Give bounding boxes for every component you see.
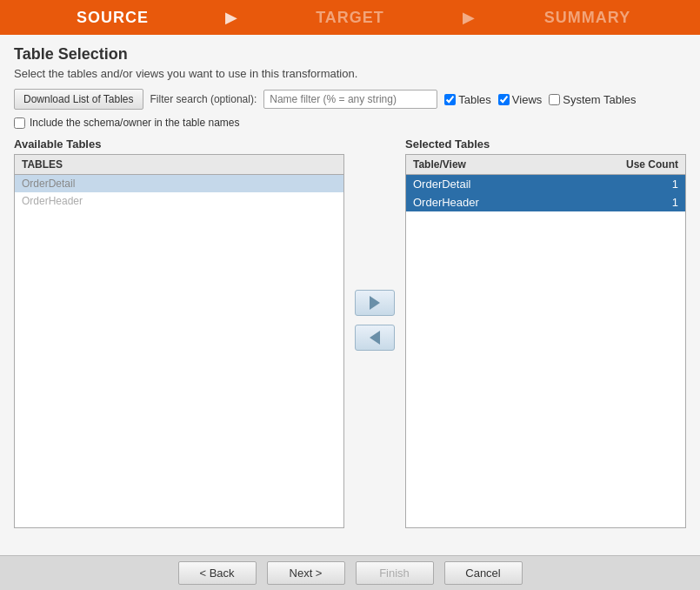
- toolbar: Download List of Tables Filter search (o…: [14, 89, 686, 110]
- download-list-button[interactable]: Download List of Tables: [14, 89, 143, 110]
- system-tables-checkbox[interactable]: [549, 94, 560, 105]
- transfer-buttons: [344, 290, 405, 351]
- selected-tables-title: Selected Tables: [405, 137, 686, 151]
- table-row[interactable]: OrderHeader 1: [406, 193, 685, 211]
- cancel-button[interactable]: Cancel: [444, 561, 523, 585]
- available-tables-container: TABLES OrderDetail OrderHeader: [14, 154, 344, 528]
- wizard-header: SOURCE ▶ TARGET ▶ SUMMARY: [0, 0, 700, 35]
- step-summary-label: SUMMARY: [544, 9, 630, 27]
- selected-row-name: OrderHeader: [413, 196, 609, 209]
- list-item[interactable]: OrderDetail: [15, 175, 343, 192]
- step-target-label: TARGET: [316, 9, 384, 27]
- tables-area: Available Tables TABLES OrderDetail Orde…: [14, 137, 686, 528]
- filter-input[interactable]: [263, 90, 437, 109]
- selected-header-name: Table/View: [406, 155, 616, 174]
- selected-tables-container: Table/View Use Count OrderDetail 1 Order…: [405, 154, 686, 528]
- table-row[interactable]: OrderDetail 1: [406, 175, 685, 193]
- selected-row-count: 1: [609, 178, 678, 191]
- step-arrow-1: ▶: [225, 8, 237, 27]
- page-title: Table Selection: [14, 45, 686, 64]
- available-tables-header: TABLES: [15, 155, 343, 175]
- views-checkbox[interactable]: [498, 94, 510, 105]
- step-source-label: SOURCE: [77, 9, 149, 27]
- schema-row: Include the schema/owner in the table na…: [14, 117, 686, 129]
- selected-row-name: OrderDetail: [413, 178, 609, 191]
- tables-checkbox-label[interactable]: Tables: [444, 93, 491, 106]
- schema-label: Include the schema/owner in the table na…: [30, 117, 239, 129]
- footer: < Back Next > Finish Cancel: [0, 555, 700, 590]
- schema-checkbox[interactable]: [14, 117, 25, 129]
- views-checkbox-label[interactable]: Views: [498, 93, 542, 106]
- filter-label: Filter search (optional):: [150, 93, 257, 105]
- list-item[interactable]: OrderHeader: [15, 192, 343, 210]
- back-button[interactable]: < Back: [178, 561, 257, 585]
- arrow-left-icon: [370, 331, 380, 345]
- selected-header-count: Use Count: [616, 155, 685, 174]
- step-summary[interactable]: SUMMARY: [475, 0, 700, 35]
- step-arrow-2: ▶: [463, 8, 475, 27]
- available-tables-section: Available Tables TABLES OrderDetail Orde…: [14, 137, 344, 528]
- available-tables-title: Available Tables: [14, 137, 344, 151]
- move-left-button[interactable]: [355, 325, 395, 351]
- selected-tables-header: Table/View Use Count: [406, 155, 685, 175]
- step-source[interactable]: SOURCE: [0, 0, 225, 35]
- main-content: Table Selection Select the tables and/or…: [0, 35, 700, 555]
- step-target[interactable]: TARGET: [237, 0, 463, 35]
- tables-checkbox[interactable]: [444, 94, 456, 105]
- arrow-right-icon: [370, 296, 380, 310]
- page-subtitle: Select the tables and/or views you want …: [14, 67, 686, 80]
- selected-tables-section: Selected Tables Table/View Use Count Ord…: [405, 137, 686, 528]
- next-button[interactable]: Next >: [267, 561, 345, 585]
- system-tables-checkbox-label[interactable]: System Tables: [549, 93, 636, 106]
- finish-button[interactable]: Finish: [356, 561, 434, 585]
- move-right-button[interactable]: [355, 290, 395, 316]
- selected-row-count: 1: [609, 196, 678, 209]
